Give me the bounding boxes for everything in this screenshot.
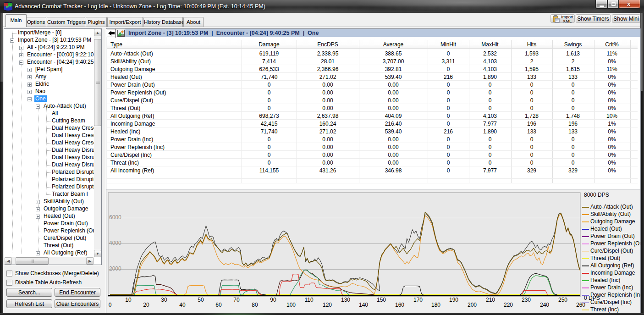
svg-text:ACT: ACT	[6, 5, 11, 8]
